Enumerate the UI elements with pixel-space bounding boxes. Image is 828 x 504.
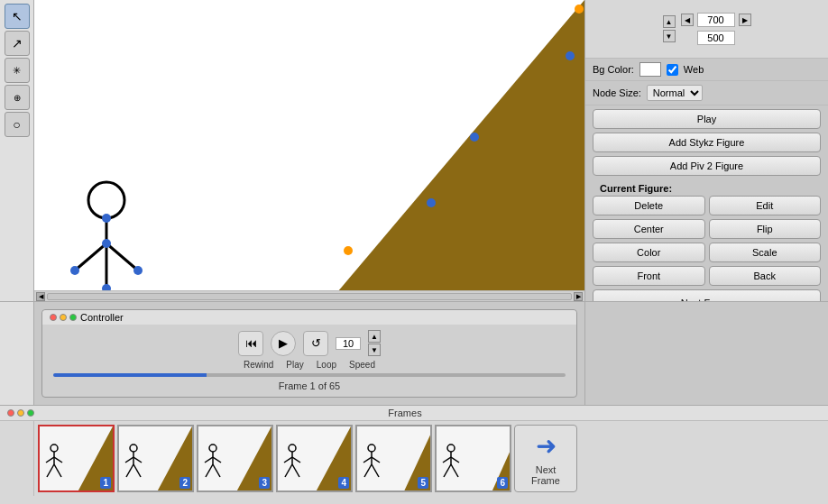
rewind-button[interactable]: ⏮: [238, 331, 263, 356]
svg-line-54: [451, 457, 459, 463]
svg-point-10: [133, 266, 143, 275]
node-size-label: Node Size:: [593, 87, 641, 98]
front-back-row: Front Back: [593, 266, 821, 286]
speed-down-btn[interactable]: ▼: [368, 344, 381, 356]
bg-color-row: Bg Color: Web: [585, 59, 828, 81]
scale-button[interactable]: Scale: [709, 243, 822, 262]
svg-line-55: [444, 464, 451, 477]
controller-dot-red[interactable]: [50, 314, 57, 321]
height-arrows: ▲ ▼: [663, 15, 676, 42]
play-button[interactable]: Play: [593, 109, 821, 129]
control-point-5[interactable]: [427, 198, 436, 207]
svg-line-39: [284, 457, 292, 463]
control-point-2[interactable]: [575, 5, 584, 14]
select-tool[interactable]: ↖: [5, 4, 30, 29]
color-scale-row: Color Scale: [593, 243, 821, 262]
speed-arrows: ▲ ▼: [368, 330, 381, 356]
width-right-btn[interactable]: ▶: [739, 14, 751, 26]
center-button[interactable]: Center: [593, 219, 705, 239]
svg-point-9: [70, 266, 79, 275]
frame-3[interactable]: 3: [197, 425, 273, 492]
play-row: Play: [593, 109, 821, 129]
bottom-frames: Frames 1: [0, 405, 828, 504]
frame-3-figure: [200, 443, 225, 483]
svg-line-21: [54, 464, 61, 477]
frame-5[interactable]: 5: [355, 425, 432, 492]
controller-dot-green[interactable]: [69, 314, 77, 321]
circle-tool[interactable]: ○: [5, 112, 30, 137]
svg-point-37: [289, 444, 296, 452]
frames-toolbar-space: [0, 421, 34, 496]
svg-line-34: [206, 464, 213, 477]
add-piv2-button[interactable]: Add Piv 2 Figure: [593, 156, 821, 176]
svg-line-3: [75, 243, 106, 270]
frames-dot-red[interactable]: [7, 409, 14, 417]
back-button[interactable]: Back: [709, 266, 822, 286]
right-bottom-spacer: [584, 302, 828, 405]
controller-title: Controller: [42, 310, 576, 325]
control-point-orange[interactable]: [344, 246, 353, 255]
node-size-select[interactable]: Normal Small Large: [647, 85, 703, 101]
control-point-3[interactable]: [566, 51, 575, 60]
web-checkbox[interactable]: [667, 64, 678, 76]
transform-tool[interactable]: ✳: [5, 58, 30, 83]
play-transport-button[interactable]: ▶: [271, 331, 296, 356]
controller-dot-yellow[interactable]: [60, 314, 67, 321]
frame-2[interactable]: 2: [117, 425, 194, 492]
playback-slider[interactable]: [53, 373, 566, 377]
svg-point-8: [102, 239, 111, 248]
speed-input[interactable]: 10: [336, 337, 361, 350]
direct-select-tool[interactable]: ↗: [5, 31, 30, 56]
svg-line-41: [285, 464, 292, 477]
svg-marker-0: [261, 0, 584, 290]
loop-button[interactable]: ↺: [303, 331, 328, 356]
frames-outer: 1 2: [0, 421, 828, 496]
flip-button[interactable]: Flip: [709, 219, 822, 239]
controller-wrapper: Controller ⏮ ▶ ↺ 10 ▲ ▼ Rewind Play Loop: [34, 302, 584, 405]
frames-dot-green[interactable]: [27, 409, 34, 417]
next-frame-frames-button[interactable]: ➜ Frames NextFrame: [514, 425, 577, 492]
color-button[interactable]: Color: [593, 243, 705, 262]
height-down-btn[interactable]: ▼: [663, 30, 676, 42]
bone-tool[interactable]: ⊕: [5, 85, 30, 110]
frame-4-figure: [280, 443, 305, 483]
scroll-right-btn[interactable]: ▶: [574, 292, 583, 301]
stage-height-input[interactable]: 500: [697, 31, 735, 45]
svg-point-51: [447, 444, 455, 452]
edit-button[interactable]: Edit: [709, 196, 822, 215]
frame-5-badge: 5: [418, 477, 428, 489]
svg-line-42: [292, 464, 299, 477]
frame-4[interactable]: 4: [276, 425, 353, 492]
frames-scroll[interactable]: 1 2: [34, 421, 828, 496]
frame-2-badge: 2: [179, 477, 190, 489]
frame-1[interactable]: 1: [38, 425, 115, 492]
toolbar: ↖ ↗ ✳ ⊕ ○: [0, 0, 34, 301]
svg-line-19: [54, 457, 62, 463]
center-flip-row: Center Flip: [593, 219, 821, 239]
scroll-track[interactable]: [47, 293, 572, 300]
bg-color-swatch[interactable]: [639, 62, 661, 77]
svg-point-7: [102, 214, 111, 223]
web-label: Web: [684, 64, 704, 75]
controller-area: Controller ⏮ ▶ ↺ 10 ▲ ▼ Rewind Play Loop: [0, 301, 828, 405]
frame-6[interactable]: 6: [435, 425, 511, 492]
canvas-scrollbar[interactable]: ◀ ▶: [34, 290, 584, 301]
svg-line-49: [372, 464, 379, 477]
frames-dot-yellow[interactable]: [17, 409, 24, 417]
svg-line-20: [47, 464, 54, 477]
width-left-btn[interactable]: ◀: [681, 14, 694, 26]
next-frame-label-text: NextFrame: [531, 464, 560, 486]
next-frame-row: Next Frame: [593, 289, 821, 301]
canvas-area[interactable]: [34, 0, 584, 290]
scroll-left-btn[interactable]: ◀: [36, 292, 45, 301]
control-point-4[interactable]: [470, 133, 479, 142]
speed-up-btn[interactable]: ▲: [368, 330, 381, 343]
front-button[interactable]: Front: [593, 266, 705, 286]
svg-line-35: [213, 464, 220, 477]
add-stykz-button[interactable]: Add Stykz Figure: [593, 133, 821, 152]
frames-dots: [7, 409, 34, 417]
delete-button[interactable]: Delete: [593, 196, 705, 215]
next-frame-button[interactable]: Next Frame: [593, 289, 821, 301]
stage-width-input[interactable]: 700: [697, 13, 735, 27]
height-up-btn[interactable]: ▲: [663, 15, 676, 28]
